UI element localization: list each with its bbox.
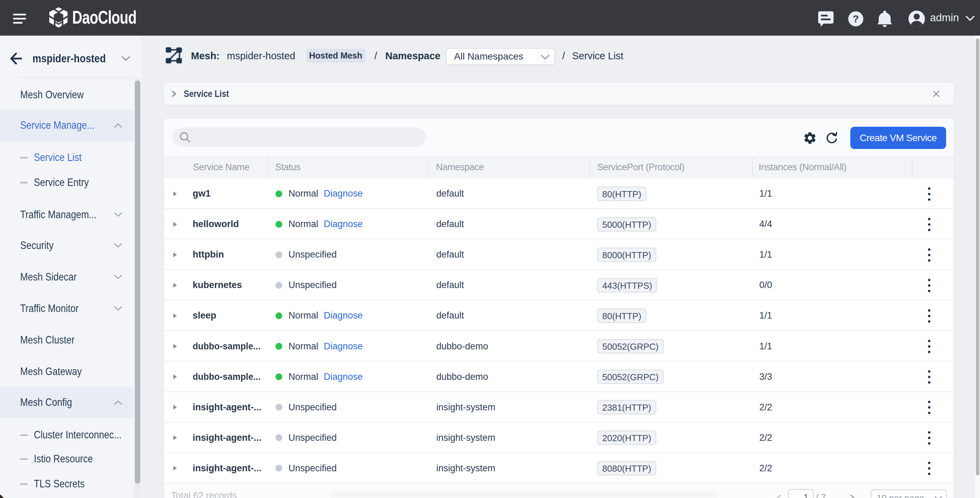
svg-text:?: ? — [853, 13, 859, 24]
